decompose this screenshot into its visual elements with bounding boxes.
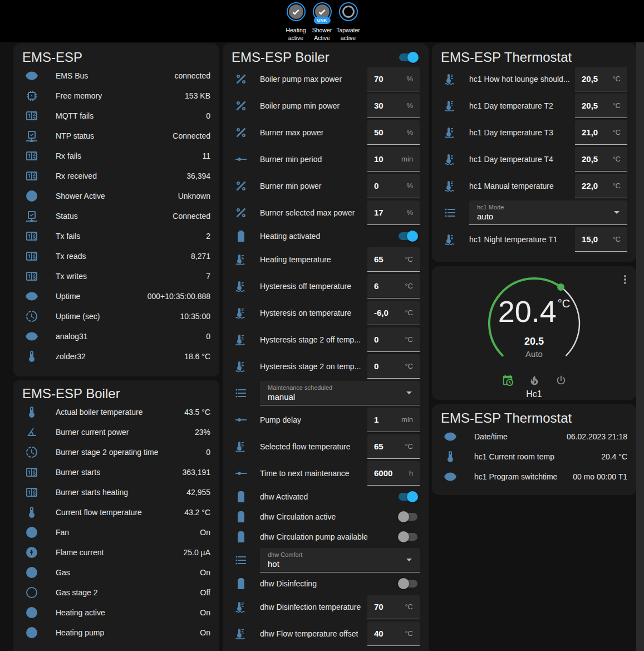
entity-row[interactable]: Free memory153 KB [13,86,219,106]
entity-row: dhw Activated [223,487,429,507]
number-input[interactable]: 70% [367,67,420,91]
entity-label: Tx fails [56,232,80,241]
entity-label: Burner stage 2 operating time [56,448,158,457]
unit-label: % [406,128,413,136]
entity-label: hc1 Day temperature T2 [469,101,553,110]
entity-row[interactable]: analog310 [13,326,219,346]
number-input[interactable]: 15,0°C [575,227,627,252]
entity-row[interactable]: Tx writes7 [13,266,219,286]
slider-icon [234,413,248,427]
entity-row: Burner max power50% [223,119,429,146]
entity-row: dhw Comforthot [223,547,429,574]
toggle-switch[interactable] [398,578,418,589]
number-input[interactable]: 17% [367,200,420,225]
entity-row[interactable]: MQTT fails0 [13,106,219,126]
entity-label: dhw Disinfection temperature [260,603,361,611]
entity-row[interactable]: NTP statusConnected [13,126,219,146]
eye-icon [25,330,38,343]
number-input[interactable]: 70°C [367,595,420,619]
number-input[interactable]: 6°C [367,274,420,298]
entity-row[interactable]: Uptime000+10:35:00.888 [13,286,219,306]
number-input[interactable]: 10min [367,147,420,172]
entity-row[interactable]: Gas stage 2Off [13,583,219,603]
current-temperature: 20.4°C [481,296,587,326]
entity-row[interactable]: Rx received36,394 [13,166,219,186]
entity-row[interactable]: EMS Busconnected [13,66,219,86]
entity-label: hc1 Current room temp [474,452,554,461]
entity-row[interactable]: Rx fails11 [13,146,219,166]
entity-row[interactable]: zolder3218.6 °C [13,346,219,366]
entity-row[interactable]: FanOn [13,522,219,542]
thermo-water-icon [234,253,248,266]
badge-ring: UNK [313,2,332,21]
number-input[interactable]: 21,0°C [575,120,627,145]
list-icon [234,386,248,400]
entity-label: hc1 Day temperature T4 [469,155,553,164]
badge-shower-active[interactable]: UNKShowerActive [310,2,335,42]
entity-row[interactable]: Tx fails2 [13,226,219,246]
entity-row[interactable]: Heating activeOn [13,603,219,623]
entity-row[interactable]: Burner starts363,191 [13,462,219,482]
thermostat-dial[interactable]: 20.4°C 20.5 Auto [481,271,587,370]
toggle-switch[interactable] [398,231,418,242]
entity-row[interactable]: Flame current25.0 µA [13,542,219,562]
entity-row[interactable]: hc1 Current room temp20.4 °C [432,447,636,467]
entity-label: Heating active [56,608,105,617]
card-ems-esp: EMS-ESP EMS BusconnectedFree memory153 K… [13,43,219,376]
number-input[interactable]: 50% [367,120,420,145]
number-input[interactable]: 6000h [367,461,420,486]
number-input[interactable]: 65°C [367,434,420,459]
entity-value: On [195,628,210,637]
number-input[interactable]: 20,5°C [575,67,627,91]
number-input[interactable]: 40°C [367,621,420,646]
number-input[interactable]: 30% [367,94,420,118]
entity-row[interactable]: Date/time06.02.2023 21:18 [432,427,636,447]
entity-label: Tx reads [56,252,86,261]
entity-row[interactable]: Shower ActiveUnknown [13,186,219,206]
boiler-power-toggle[interactable] [399,52,419,63]
dial-handle[interactable] [557,283,564,291]
number-input[interactable]: 65°C [367,247,420,272]
card-title-text: EMS-ESP Boiler [232,50,330,65]
entity-row[interactable]: Uptime (sec)10:35:00 [13,306,219,326]
entity-row[interactable]: StatusConnected [13,206,219,226]
number-input[interactable]: 0°C [367,354,420,379]
number-input[interactable]: 20,5°C [575,147,627,172]
toggle-switch[interactable] [398,511,418,522]
check-circle-icon [25,189,38,203]
select-input[interactable]: Maintenance scheduledmanual [260,381,420,405]
number-input[interactable]: 20,5°C [575,94,627,118]
select-input[interactable]: hc1 Modeauto [469,200,627,225]
badge-tapwater-active[interactable]: Tapwateractive [336,2,361,42]
number-input[interactable]: 0% [367,174,420,198]
number-input[interactable]: 0°C [367,327,420,352]
entity-label: Gas [56,568,70,577]
select-input[interactable]: dhw Comforthot [260,548,420,572]
entity-value: 8,271 [186,252,210,261]
entity-row: dhw Disinfecting [223,574,429,594]
number-input[interactable]: 1min [367,408,420,432]
counter-icon [25,229,38,243]
toggle-switch[interactable] [398,531,418,542]
number-input[interactable]: -6,0°C [367,301,420,325]
entity-label: Burner current power [56,428,129,437]
toggle-switch[interactable] [398,491,418,502]
entity-row[interactable]: Burner stage 2 operating time0 [13,442,219,462]
badge-heating-active[interactable]: Heatingactive [284,2,308,42]
entity-row[interactable]: GasOn [13,562,219,583]
hvac-mode-label: Auto [481,349,587,359]
eye-icon [444,470,457,483]
entity-row[interactable]: hc1 Program switchtime00 mo 00:00 T1 [432,467,636,487]
entity-row[interactable]: Tx reads8,271 [13,246,219,266]
page-scrollbar[interactable] [636,42,644,651]
entity-row[interactable]: Heating pumpOn [13,623,219,643]
entity-row[interactable]: Actual boiler temperature43.5 °C [13,402,219,422]
entity-row: dhw Disinfection temperature70°C [223,594,429,620]
entity-row[interactable]: Burner starts heating42,955 [13,482,219,502]
counter-icon [25,270,38,283]
dots-vertical-icon[interactable] [618,273,632,286]
entity-row[interactable]: Burner current power23% [13,422,219,442]
entity-row[interactable]: Current flow temperature43.2 °C [13,502,219,522]
number-input[interactable]: 22,0°C [575,174,627,198]
entity-row: Maintenance scheduledmanual [223,380,429,407]
